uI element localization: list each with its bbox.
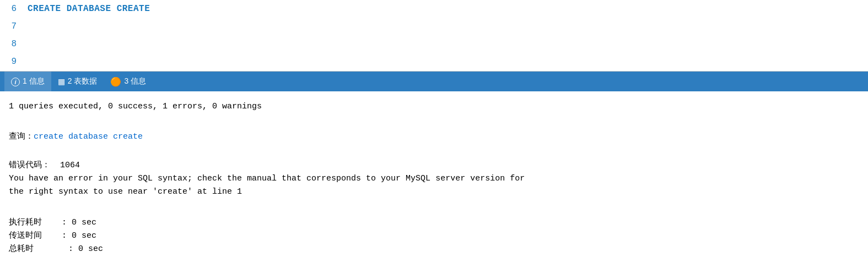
tab-table-label: 2 表数据 <box>68 76 98 86</box>
code-line-9: 9 <box>0 53 868 70</box>
total-label: 总耗时 <box>9 244 34 254</box>
info-icon: i <box>11 77 20 86</box>
line-number-6: 6 <box>0 4 28 14</box>
exec-time-label: 执行耗时 <box>9 218 42 227</box>
code-line-8: 8 <box>0 35 868 53</box>
line-number-9: 9 <box>0 57 28 67</box>
transfer-value: : 0 sec <box>62 231 96 240</box>
error-message-line1: You have an error in your SQL syntax; ch… <box>9 172 859 185</box>
query-value: create database create <box>34 132 143 141</box>
total-time-line: 总耗时 : 0 sec <box>9 243 859 256</box>
summary-line: 1 queries executed, 0 success, 1 errors,… <box>9 100 859 113</box>
tab-result-info[interactable]: 🟠 3 信息 <box>104 72 153 91</box>
error-code-section: 错误代码： 1064 You have an error in your SQL… <box>9 159 859 199</box>
ec-label: 错误代码： 1064 <box>9 161 80 170</box>
exec-time-line: 执行耗时 : 0 sec <box>9 216 859 229</box>
timing-section: 执行耗时 : 0 sec 传送时间 : 0 sec 总耗时 : 0 sec <box>9 216 859 256</box>
summary-text: 1 queries executed, 0 success, 1 errors,… <box>9 102 262 111</box>
tab-table-data[interactable]: ▦ 2 表数据 <box>51 72 104 91</box>
line-number-8: 8 <box>0 39 28 49</box>
code-content-6: CREATE DATABASE CREATE <box>28 4 150 14</box>
tab-info[interactable]: i 1 信息 <box>4 72 51 91</box>
blank-1 <box>9 120 859 131</box>
total-value: : 0 sec <box>68 244 103 254</box>
tab-result-label: 3 信息 <box>124 76 146 86</box>
blank-2 <box>9 148 859 159</box>
code-line-7: 7 <box>0 18 868 35</box>
tab-info-label: 1 信息 <box>23 76 45 86</box>
editor-area: 6 CREATE DATABASE CREATE 7 8 9 <box>0 0 868 72</box>
error-code-line: 错误代码： 1064 <box>9 159 859 172</box>
line-number-7: 7 <box>0 21 28 31</box>
transfer-time-line: 传送时间 : 0 sec <box>9 229 859 243</box>
result-area: 1 queries executed, 0 success, 1 errors,… <box>0 91 868 279</box>
error-message-line2: the right syntax to use near 'create' at… <box>9 185 859 199</box>
blank-3 <box>9 205 859 216</box>
table-icon: ▦ <box>58 77 65 86</box>
query-label: 查询： <box>9 132 34 141</box>
transfer-label: 传送时间 <box>9 231 42 240</box>
code-line-6: 6 CREATE DATABASE CREATE <box>0 0 868 18</box>
exec-time-value: : 0 sec <box>62 218 96 227</box>
orange-icon: 🟠 <box>110 76 121 87</box>
query-line: 查询：create database create <box>9 131 859 141</box>
tab-bar: i 1 信息 ▦ 2 表数据 🟠 3 信息 <box>0 72 868 91</box>
